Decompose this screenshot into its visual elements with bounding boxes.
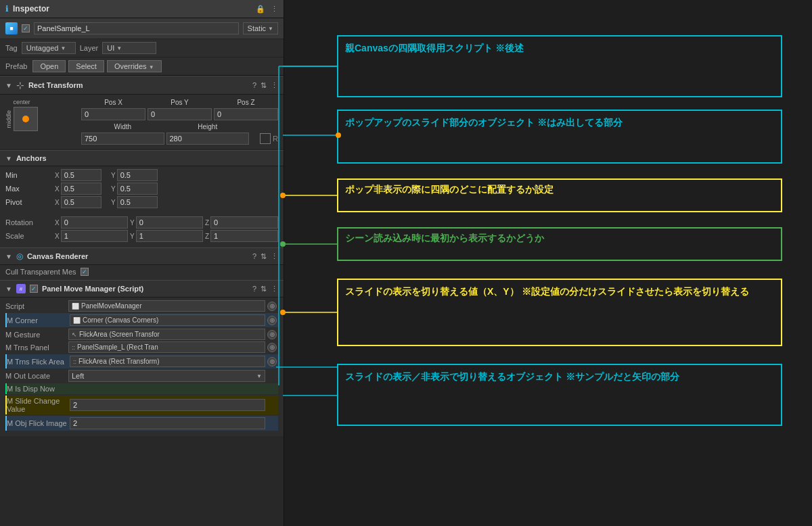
active-checkbox[interactable]: ✓ xyxy=(22,24,30,32)
script-icon: ⬜ xyxy=(72,303,79,310)
m-trns-flick-select-btn[interactable]: ◎ xyxy=(267,357,277,366)
pmm-menu-icon[interactable]: ⋮ xyxy=(271,285,278,293)
m-trns-flick-icon: :: xyxy=(73,358,76,365)
scale-z-input[interactable] xyxy=(210,230,278,242)
menu-icon[interactable]: ⋮ xyxy=(271,5,278,14)
max-x-input[interactable] xyxy=(61,183,102,195)
rot-x-input[interactable] xyxy=(61,216,128,229)
m-gesture-icon: ↖ xyxy=(72,331,77,338)
cube-icon: ■ xyxy=(5,22,18,34)
scale-x-input[interactable] xyxy=(61,230,128,242)
pos-y-input[interactable] xyxy=(148,108,212,120)
cr-menu-icon[interactable]: ⋮ xyxy=(271,252,278,261)
pivot-box[interactable] xyxy=(14,107,38,131)
pivot-x-group: X xyxy=(55,196,109,208)
scale-row: Scale X Y Z xyxy=(5,230,278,242)
annotation-5-text: スライドの表示を切り替える値（X、Y） ※設定値の分だけスライドさせたら表示を切… xyxy=(345,284,749,299)
min-x-input[interactable] xyxy=(61,169,102,181)
rt-title: Rect Transform xyxy=(28,81,248,89)
tag-arrow: ▼ xyxy=(60,45,66,51)
pos-x-input[interactable] xyxy=(81,108,145,120)
wh-btn-group: R xyxy=(251,133,278,144)
pos-x-label: Pos X xyxy=(81,99,145,106)
canvas-renderer-header: ▼ ◎ Canvas Renderer ? ⇅ ⋮ xyxy=(0,247,284,265)
annotation-1: 親Canvasの四隅取得用スクリプト ※後述 xyxy=(337,35,782,97)
layer-arrow: ▼ xyxy=(116,45,122,51)
pmm-icon: # xyxy=(16,284,26,293)
pmm-collapse-arrow[interactable]: ▼ xyxy=(5,285,12,293)
width-input[interactable] xyxy=(81,133,164,145)
inspector-title: Inspector xyxy=(13,4,49,14)
rt-help-icon[interactable]: ? xyxy=(252,81,256,90)
static-arrow: ▼ xyxy=(268,26,273,32)
height-label: Height xyxy=(166,123,250,130)
static-dropdown[interactable]: Static ▼ xyxy=(243,22,278,34)
overrides-button[interactable]: Overrides ▼ xyxy=(107,60,162,72)
select-button[interactable]: Select xyxy=(68,60,104,72)
m-trns-flick-field[interactable]: :: FlickArea (Rect Transform) xyxy=(70,356,265,367)
m-trns-panel-field[interactable]: :: PanelSample_L (Rect Tran xyxy=(68,341,265,353)
rot-z-input[interactable] xyxy=(210,216,278,229)
lock-icon[interactable]: 🔒 xyxy=(256,5,265,14)
rect-transform-body: center middle Pos X Pos Y Pos Z xyxy=(0,95,284,149)
max-y-input[interactable] xyxy=(117,183,158,195)
cr-title: Canvas Renderer xyxy=(27,252,248,260)
cull-checkbox[interactable]: ✓ xyxy=(81,268,89,276)
pivot-y-group: Y xyxy=(111,196,165,208)
right-panel: 親Canvasの四隅取得用スクリプト ※後述 ポップアップのスライド部分のオブジ… xyxy=(284,0,812,526)
m-obj-flick-input[interactable] xyxy=(70,417,265,429)
min-y-group: Y xyxy=(111,169,165,181)
anchor-max-row: Max X Y xyxy=(5,183,278,195)
pmm-header: ▼ # ✓ Panel Move Manager (Script) ? ⇅ ⋮ xyxy=(0,280,284,297)
annotation-3: ポップ非表示の際に四隅のどこに配置するか設定 xyxy=(337,178,782,212)
pos-y-label: Pos Y xyxy=(148,99,212,106)
m-slide-change-input[interactable] xyxy=(70,399,265,411)
m-out-locate-dropdown[interactable]: Left ▼ xyxy=(68,370,265,382)
pmm-settings-icon[interactable]: ⇅ xyxy=(261,285,267,293)
cull-row: Cull Transparent Mes ✓ xyxy=(5,268,278,276)
cr-settings-icon[interactable]: ⇅ xyxy=(261,252,267,261)
script-select-btn[interactable]: ◎ xyxy=(267,302,277,311)
pivot-x-axis: X xyxy=(55,199,60,206)
tag-dropdown[interactable]: Untagged ▼ xyxy=(22,42,76,54)
m-obj-flick-label: M Obj Flick Image xyxy=(7,419,68,427)
height-input[interactable] xyxy=(166,133,250,145)
cr-collapse-arrow[interactable]: ▼ xyxy=(5,253,12,260)
pivot-x-input[interactable] xyxy=(61,196,102,208)
layer-label: Layer xyxy=(80,44,99,52)
pmm-checkbox[interactable]: ✓ xyxy=(30,285,38,293)
rot-y-input[interactable] xyxy=(136,216,203,229)
script-field[interactable]: ⬜ PanelMoveManager xyxy=(68,300,265,312)
pmm-help-icon[interactable]: ? xyxy=(252,285,256,293)
scale-label: Scale xyxy=(5,232,53,240)
m-is-disp-row: M Is Disp Now xyxy=(5,383,278,394)
rt-menu-icon[interactable]: ⋮ xyxy=(271,81,278,90)
object-name-field[interactable] xyxy=(34,22,239,34)
m-corner-select-btn[interactable]: ◎ xyxy=(267,316,277,325)
min-y-input[interactable] xyxy=(117,169,158,181)
tag-layer-row: Tag Untagged ▼ Layer UI ▼ xyxy=(0,39,284,57)
script-label: Script xyxy=(5,302,66,310)
rt-collapse-arrow[interactable]: ▼ xyxy=(5,82,12,89)
m-gesture-field[interactable]: ↖ FlickArea (Screen Transfor xyxy=(68,329,265,340)
scale-y-input[interactable] xyxy=(136,230,203,242)
anchors-collapse-arrow[interactable]: ▼ xyxy=(5,155,12,162)
pivot-y-input[interactable] xyxy=(117,196,158,208)
pivot-center xyxy=(22,116,29,122)
min-x-group: X xyxy=(55,169,109,181)
min-x-axis: X xyxy=(55,172,60,179)
m-out-locate-label: M Out Locate xyxy=(5,372,66,380)
m-out-locate-row: M Out Locate Left ▼ xyxy=(5,370,278,382)
rt-settings-icon[interactable]: ⇅ xyxy=(261,81,267,90)
cr-help-icon[interactable]: ? xyxy=(252,252,256,261)
anchors-title: Anchors xyxy=(16,154,278,162)
m-gesture-select-btn[interactable]: ◎ xyxy=(267,330,277,339)
constrain-icon[interactable] xyxy=(260,133,271,144)
m-trns-panel-select-btn[interactable]: ◎ xyxy=(267,343,277,352)
max-y-group: Y xyxy=(111,183,165,195)
open-button[interactable]: Open xyxy=(32,60,66,72)
pos-z-input[interactable] xyxy=(214,108,278,120)
layer-dropdown[interactable]: UI ▼ xyxy=(102,42,156,54)
m-corner-field[interactable]: ⬜ Corner (Canvas Corners) xyxy=(70,314,265,326)
inspector-panel: ℹ Inspector 🔒 ⋮ ■ ✓ Static ▼ Tag Untagge… xyxy=(0,0,284,526)
